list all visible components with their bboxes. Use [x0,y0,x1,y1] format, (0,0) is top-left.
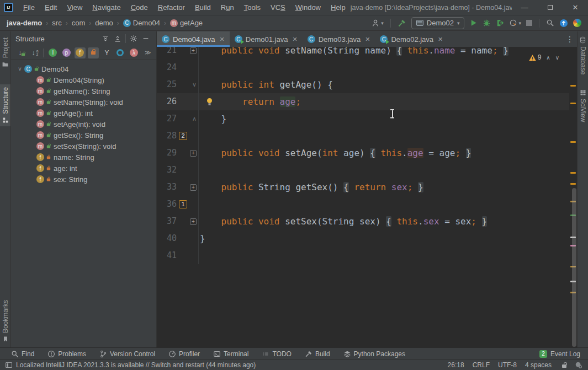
line-separator[interactable]: CRLF [473,361,490,369]
search-everywhere-icon[interactable] [546,19,554,27]
code-line[interactable]: 24 [157,59,569,76]
code-line[interactable]: 26 return age; [157,93,569,110]
show-inherited-icon[interactable]: I [47,47,59,58]
menu-file[interactable]: File [18,0,40,15]
coverage-icon[interactable] [496,19,504,27]
toolwindow-button-profiler[interactable]: Profiler [162,348,206,360]
structure-node[interactable]: mgetSex(): String [11,130,156,141]
group-methods-icon[interactable]: Y [101,47,112,58]
collapse-all-icon[interactable] [112,33,124,44]
tab-demo04[interactable]: CDemo04.java✕ [157,31,230,47]
tab-demo01[interactable]: CDemo01.java✕ [230,31,303,47]
structure-node[interactable]: mgetName(): String [11,85,156,96]
status-message[interactable]: Localized IntelliJ IDEA 2021.3.3 is avai… [6,361,256,369]
error-stripe-mark[interactable] [570,172,576,174]
structure-node[interactable]: mDemo04(String) [11,74,156,85]
tool-tab-bookmarks[interactable]: Bookmarks [0,297,10,345]
caret-position[interactable]: 26:18 [448,361,464,369]
breadcrumb-item-java-demo[interactable]: java-demo [7,19,42,27]
error-stripe-mark[interactable] [570,183,576,185]
sort-alphabetically-icon[interactable]: ↓az [28,47,39,58]
avatar-icon[interactable]: ▾ [371,19,384,28]
tool-tab-structure[interactable]: Structure [0,84,10,126]
bookmark-badge[interactable]: 1 [179,200,187,208]
breadcrumb-item-src[interactable]: src [52,19,61,27]
tool-tab-project[interactable]: Project [0,35,10,71]
code-line[interactable]: 32 [157,162,569,179]
fold-marker[interactable]: + [190,184,197,191]
show-fields-icon[interactable]: f [75,47,86,58]
minimize-button[interactable]: — [512,0,537,15]
toolbox-icon[interactable] [573,19,581,27]
tab-options-icon[interactable]: ⋮ [566,31,574,47]
menu-navigate[interactable]: Navigate [87,0,125,15]
run-icon[interactable] [469,19,478,27]
error-stripe-mark[interactable] [570,85,576,87]
code-line[interactable]: 282 [157,127,569,144]
tab-demo02[interactable]: CDemo02.java✕ [375,31,448,47]
breadcrumb-item-getage[interactable]: mgetAge [170,19,203,27]
fold-marker[interactable]: + [190,150,197,157]
fold-marker[interactable]: + [190,47,197,54]
code-line[interactable]: 27∧ } [157,110,569,127]
maximize-button[interactable] [537,0,563,15]
fold-marker[interactable]: ∨ [192,76,197,93]
fold-marker[interactable]: ∧ [192,110,197,127]
code-line[interactable]: 25∨ public int getAge() { [157,76,569,93]
code-line[interactable]: 361 [157,196,569,213]
hide-panel-icon[interactable] [140,33,152,44]
error-stripe-mark[interactable] [570,141,576,143]
update-icon[interactable] [559,19,568,28]
next-warning-icon[interactable]: ∨ [555,49,559,66]
menu-vcs[interactable]: VCS [266,0,290,15]
event-log-button[interactable]: 2 Event Log [539,350,584,358]
code-line[interactable]: 21+ public void setName(String name) { t… [157,47,569,59]
menu-tools[interactable]: Tools [239,0,266,15]
file-encoding[interactable]: UTF-8 [498,361,517,369]
structure-node[interactable]: fage: int [11,163,156,174]
structure-node[interactable]: fname: String [11,152,156,163]
menu-edit[interactable]: Edit [40,0,62,15]
breadcrumb-item-demo04[interactable]: CDemo04 [123,19,160,27]
expand-all-icon[interactable] [99,33,112,44]
show-anonymous-icon[interactable] [115,47,126,58]
show-lambdas-icon[interactable]: λ [128,47,139,58]
tab-demo03[interactable]: CDemo03.java✕ [303,31,375,47]
toolwindow-button-find[interactable]: Find [4,348,41,360]
settings-gear-icon[interactable] [575,361,582,369]
code-line[interactable]: 40} [157,230,569,247]
prev-warning-icon[interactable]: ∧ [546,49,550,66]
close-button[interactable]: ✕ [563,0,588,15]
code-line[interactable]: 33+ public String getSex() { return sex;… [157,179,569,196]
structure-node[interactable]: msetAge(int): void [11,119,156,130]
menu-build[interactable]: Build [190,0,216,15]
toolwindow-button-version-control[interactable]: Version Control [93,348,162,360]
menu-view[interactable]: View [62,0,87,15]
intention-bulb-icon[interactable] [206,98,213,106]
toolwindow-button-todo[interactable]: TODO [255,348,298,360]
close-icon[interactable]: ✕ [365,36,370,43]
code-line[interactable]: 29+ public void setAge(int age) { this.a… [157,144,569,162]
build-hammer-icon[interactable] [398,19,406,28]
breadcrumb-item-demo[interactable]: demo [95,19,113,27]
breadcrumb-item-com[interactable]: com [72,19,86,27]
more-filters-icon[interactable]: ≫ [142,47,153,58]
structure-node[interactable]: msetName(String): void [11,96,156,108]
readonly-toggle-icon[interactable] [562,364,566,368]
editor-scrollbar[interactable] [572,188,576,347]
tool-tab-database[interactable]: Database [578,34,588,77]
tool-tab-sciview[interactable]: SciView [578,87,588,125]
gear-icon[interactable] [128,33,140,44]
menu-refactor[interactable]: Refactor [153,0,190,15]
structure-node[interactable]: fsex: String [11,174,156,185]
toolwindow-button-build[interactable]: Build [298,348,337,360]
bookmark-badge[interactable]: 2 [179,132,187,140]
code-line[interactable]: 37+ public void setSex(String sex) { thi… [157,213,569,230]
profiler-icon[interactable]: ▾ [509,19,521,27]
close-icon[interactable]: ✕ [292,36,297,43]
close-icon[interactable]: ✕ [220,36,225,43]
sort-by-visibility-icon[interactable]: ↓ [14,47,25,58]
inspection-widget[interactable]: 9 ∧ ∨ [527,49,561,67]
toolwindow-button-problems[interactable]: Problems [41,348,93,360]
menu-help[interactable]: Help [326,0,351,15]
